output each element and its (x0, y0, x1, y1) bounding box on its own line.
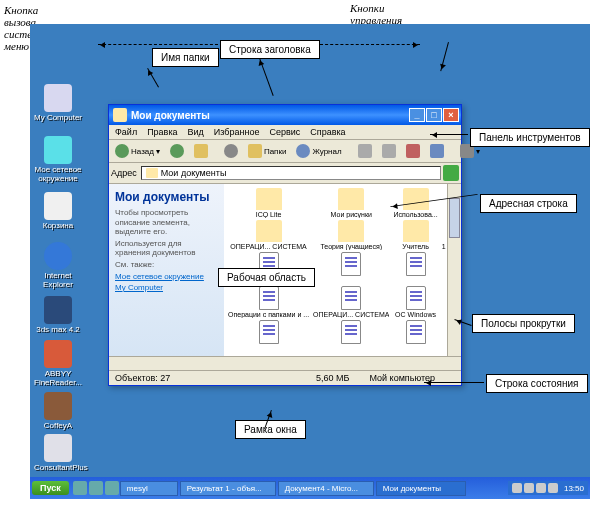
callout-folder-name: Имя папки (152, 48, 219, 67)
vertical-scrollbar[interactable] (447, 184, 461, 356)
toolbar-journal-button[interactable]: Журнал (292, 142, 345, 160)
sidebar-link-network[interactable]: Мое сетевое окружение (115, 272, 218, 281)
file-item[interactable]: ОС Windows (393, 286, 437, 318)
quick-launch-icon[interactable] (89, 481, 103, 495)
tray-icon[interactable] (524, 483, 534, 493)
desktop-icon-consultant[interactable]: ConsultantPlus (34, 434, 82, 473)
sidebar-link-mycomputer[interactable]: My Computer (115, 283, 218, 292)
desktop-icon-label: 3ds max 4.2 (34, 326, 82, 335)
toolbar-copy-button[interactable] (378, 142, 400, 160)
folder-item[interactable]: ICQ Lite (228, 188, 309, 218)
desktop-icon-my-computer[interactable]: My Computer (34, 84, 82, 123)
tray-icon[interactable] (548, 483, 558, 493)
address-label: Адрес (111, 168, 137, 178)
address-bar: Адрес Мои документы (109, 163, 461, 184)
callout-title-bar: Строка заголовка (220, 40, 320, 59)
sidebar-heading: Мои документы (115, 190, 218, 204)
search-icon (224, 144, 238, 158)
desktop-icon-ie[interactable]: Internet Explorer (34, 242, 82, 290)
move-icon (358, 144, 372, 158)
menu-help[interactable]: Справка (310, 127, 345, 137)
quick-launch-icon[interactable] (73, 481, 87, 495)
taskbar-task[interactable]: Результат 1 - объя... (180, 481, 276, 496)
address-input[interactable]: Мои документы (141, 166, 441, 180)
horizontal-scrollbar[interactable] (109, 356, 461, 370)
toolbar-undo-button[interactable] (426, 142, 448, 160)
menu-tools[interactable]: Сервис (269, 127, 300, 137)
toolbar-up-button[interactable] (190, 142, 212, 160)
menu-file[interactable]: Файл (115, 127, 137, 137)
menu-favorites[interactable]: Избранное (214, 127, 260, 137)
tray-icon[interactable] (536, 483, 546, 493)
journal-icon (296, 144, 310, 158)
desktop: My Computer Мое сетевое окружение Корзин… (30, 24, 590, 499)
file-item[interactable] (313, 252, 389, 284)
desktop-icon-label: ABBYY FineReader... (34, 370, 82, 388)
file-item[interactable] (228, 320, 309, 345)
file-item[interactable] (393, 320, 437, 345)
file-item[interactable]: ОПЕРАЦИ... СИСТЕМА (313, 286, 389, 318)
system-tray: 13:50 (508, 481, 588, 495)
menubar: Файл Правка Вид Избранное Сервис Справка (109, 125, 461, 140)
taskbar-clock: 13:50 (564, 484, 584, 493)
callout-scrollbars: Полосы прокрутки (472, 314, 575, 333)
tray-icon[interactable] (512, 483, 522, 493)
callout-address-bar: Адресная строка (480, 194, 577, 213)
menu-edit[interactable]: Правка (147, 127, 177, 137)
toolbar-folders-button[interactable]: Папки (244, 142, 291, 160)
desktop-icon-label: ConsultantPlus (34, 464, 82, 473)
quick-launch-icon[interactable] (105, 481, 119, 495)
system-menu-icon[interactable] (113, 108, 127, 122)
folder-item[interactable]: Учитель (393, 220, 437, 250)
close-button[interactable]: × (443, 108, 459, 122)
callout-frame: Рамка окна (235, 420, 306, 439)
taskbar-task-active[interactable]: Мои документы (376, 481, 466, 496)
folder-item[interactable]: Мои рисунки (313, 188, 389, 218)
toolbar-journal-label: Журнал (312, 147, 341, 156)
window-controls: _ □ × (409, 108, 459, 122)
status-objects: Объектов: 27 (115, 373, 170, 383)
file-item[interactable] (313, 320, 389, 345)
up-icon (194, 144, 208, 158)
titlebar[interactable]: Мои документы _ □ × (109, 105, 461, 125)
desktop-icon-3dsmax[interactable]: 3ds max 4.2 (34, 296, 82, 335)
sidebar: Мои документы Чтобы просмотреть описание… (109, 184, 224, 356)
file-item[interactable] (393, 252, 437, 284)
folder-item[interactable]: Теория (учащиеся) (313, 220, 389, 250)
forward-icon (170, 144, 184, 158)
scrollbar-thumb[interactable] (449, 198, 460, 238)
taskbar-task[interactable]: Документ4 - Micro... (278, 481, 374, 496)
toolbar: Назад ▾ Папки Журнал ▾ (109, 140, 461, 163)
desktop-icon-label: My Computer (34, 114, 82, 123)
toolbar-move-button[interactable] (354, 142, 376, 160)
desktop-icon-recycle-bin[interactable]: Корзина (34, 192, 82, 231)
start-button[interactable]: Пуск (32, 481, 69, 495)
desktop-icon-abbyy[interactable]: ABBYY FineReader... (34, 340, 82, 388)
desktop-icon-label: Internet Explorer (34, 272, 82, 290)
toolbar-back-button[interactable]: Назад ▾ (111, 142, 164, 160)
desktop-icon-label: Мое сетевое окружение (34, 166, 82, 184)
callout-toolbar: Панель инструментов (470, 128, 590, 147)
sidebar-hint: Чтобы просмотреть описание элемента, выд… (115, 208, 218, 237)
sidebar-hint: Используется для хранения документов (115, 239, 218, 258)
desktop-icon-coffeya[interactable]: CoffeyA (34, 392, 82, 431)
maximize-button[interactable]: □ (426, 108, 442, 122)
toolbar-delete-button[interactable] (402, 142, 424, 160)
go-button[interactable] (443, 165, 459, 181)
toolbar-search-button[interactable] (220, 142, 242, 160)
menu-view[interactable]: Вид (188, 127, 204, 137)
callout-work-area: Рабочая область (218, 268, 315, 287)
explorer-window: Мои документы _ □ × Файл Правка Вид Избр… (108, 104, 462, 386)
callout-status-bar: Строка состояния (486, 374, 588, 393)
taskbar: Пуск mesyl Результат 1 - объя... Докумен… (30, 477, 590, 499)
desktop-icon-network[interactable]: Мое сетевое окружение (34, 136, 82, 184)
file-item[interactable]: Операции с папками и ... (228, 286, 309, 318)
taskbar-task[interactable]: mesyl (120, 481, 178, 496)
toolbar-back-label: Назад (131, 147, 154, 156)
folder-item[interactable]: ОПЕРАЦИ... СИСТЕМА (228, 220, 309, 250)
status-size: 5,60 МБ (316, 373, 349, 383)
toolbar-forward-button[interactable] (166, 142, 188, 160)
minimize-button[interactable]: _ (409, 108, 425, 122)
address-value: Мои документы (161, 168, 227, 178)
delete-icon (406, 144, 420, 158)
